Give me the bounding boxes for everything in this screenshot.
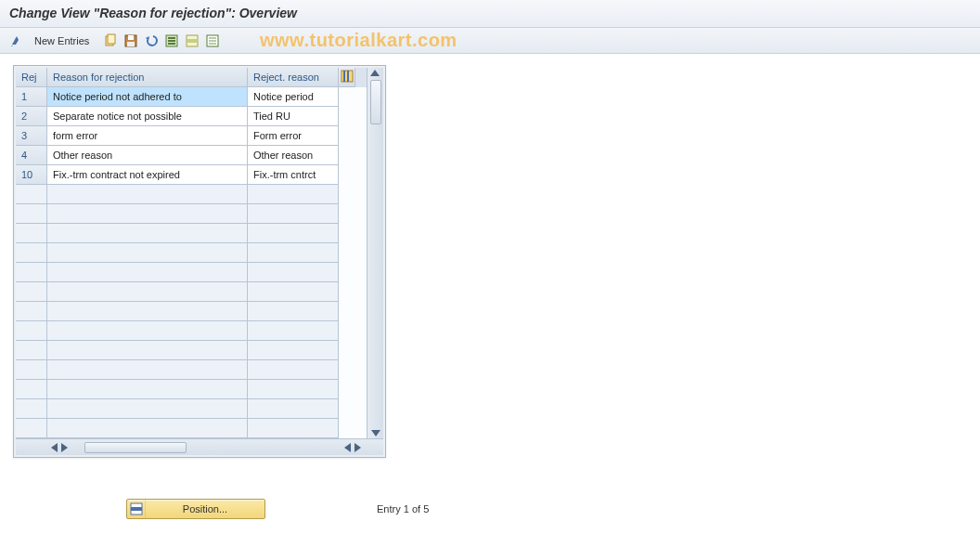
select-block-icon[interactable]	[183, 32, 201, 50]
cell-empty[interactable]	[16, 321, 47, 341]
cell-empty[interactable]	[47, 282, 248, 302]
table-row-empty[interactable]	[16, 419, 367, 438]
table-row[interactable]: 2Separate notice not possibleTied RU	[16, 107, 367, 126]
cell-rej[interactable]: 3	[16, 126, 47, 146]
table-row-empty[interactable]	[16, 321, 367, 341]
cell-empty[interactable]	[248, 302, 339, 321]
cell-empty[interactable]	[16, 302, 47, 321]
table-row-empty[interactable]	[16, 360, 367, 380]
table-row[interactable]: 3form errorForm error	[16, 126, 367, 146]
cell-empty[interactable]	[47, 224, 248, 243]
cell-empty[interactable]	[16, 380, 47, 399]
cell-short[interactable]: Other reason	[248, 146, 339, 165]
save-icon[interactable]	[122, 32, 140, 50]
cell-empty[interactable]	[16, 360, 47, 380]
column-header-rej[interactable]: Rej	[16, 68, 47, 87]
cell-empty[interactable]	[47, 204, 248, 224]
position-button[interactable]: Position...	[126, 499, 265, 519]
cell-empty[interactable]	[248, 419, 339, 438]
table-row-empty[interactable]	[16, 204, 367, 224]
cell-empty[interactable]	[248, 399, 339, 419]
column-header-reason[interactable]: Reason for rejection	[47, 68, 248, 87]
cell-empty[interactable]	[47, 360, 248, 380]
cell-empty[interactable]	[248, 263, 339, 282]
cell-empty[interactable]	[248, 224, 339, 243]
cell-empty[interactable]	[248, 380, 339, 399]
cell-empty[interactable]	[248, 185, 339, 204]
scroll-down-icon[interactable]	[371, 430, 380, 436]
cell-empty[interactable]	[47, 399, 248, 419]
cell-short[interactable]: Notice period	[248, 87, 339, 107]
undo-icon[interactable]	[142, 32, 161, 50]
cell-rej[interactable]: 4	[16, 146, 47, 165]
table-row-empty[interactable]	[16, 243, 367, 263]
cell-empty[interactable]	[16, 243, 47, 263]
table-row-empty[interactable]	[16, 185, 367, 204]
copy-icon[interactable]	[101, 32, 120, 50]
cell-empty[interactable]	[47, 321, 248, 341]
cell-reason[interactable]: form error	[47, 126, 248, 146]
deselect-all-icon[interactable]	[203, 32, 222, 50]
table-row-empty[interactable]	[16, 399, 367, 419]
table-row-empty[interactable]	[16, 302, 367, 321]
scroll-left-start-icon[interactable]	[51, 443, 58, 452]
table-row[interactable]: 10Fix.-trm contract not expiredFix.-trm …	[16, 165, 367, 185]
cell-empty[interactable]	[47, 302, 248, 321]
new-entries-button[interactable]: New Entries	[28, 32, 96, 50]
cell-empty[interactable]	[248, 204, 339, 224]
cell-empty[interactable]	[47, 341, 248, 360]
cell-empty[interactable]	[248, 321, 339, 341]
vertical-scrollbar[interactable]	[367, 68, 383, 438]
cell-rej[interactable]: 1	[16, 87, 47, 107]
cell-empty[interactable]	[47, 185, 248, 204]
cell-reason[interactable]: Other reason	[47, 146, 248, 165]
cell-empty[interactable]	[16, 224, 47, 243]
cell-short[interactable]: Form error	[248, 126, 339, 146]
table-row-empty[interactable]	[16, 282, 367, 302]
cell-empty[interactable]	[47, 243, 248, 263]
table-config-icon[interactable]	[339, 68, 355, 87]
cell-empty[interactable]	[47, 263, 248, 282]
cell-empty[interactable]	[248, 282, 339, 302]
content-area: Rej Reason for rejection Reject. reason …	[0, 54, 980, 530]
table-row[interactable]: 1Notice period not adhered toNotice peri…	[16, 87, 367, 107]
cell-empty[interactable]	[16, 399, 47, 419]
cell-empty[interactable]	[47, 380, 248, 399]
cell-empty[interactable]	[248, 341, 339, 360]
cell-rej[interactable]: 2	[16, 107, 47, 126]
cell-reason[interactable]: Separate notice not possible	[47, 107, 248, 126]
cell-empty[interactable]	[16, 263, 47, 282]
cell-empty[interactable]	[16, 204, 47, 224]
table-row[interactable]: 4Other reasonOther reason	[16, 146, 367, 165]
toggle-display-icon[interactable]	[7, 32, 26, 50]
scroll-right-end-icon[interactable]	[355, 443, 361, 452]
hscroll-thumb[interactable]	[84, 442, 187, 453]
cell-empty[interactable]	[16, 419, 47, 438]
data-grid[interactable]: Rej Reason for rejection Reject. reason …	[16, 68, 367, 438]
horizontal-scrollbar[interactable]	[16, 438, 383, 455]
cell-reason[interactable]: Notice period not adhered to	[47, 87, 248, 107]
cell-rej[interactable]: 10	[16, 165, 47, 185]
cell-short[interactable]: Tied RU	[248, 107, 339, 126]
cell-empty[interactable]	[16, 341, 47, 360]
column-header-short[interactable]: Reject. reason	[248, 68, 339, 87]
cell-empty[interactable]	[16, 282, 47, 302]
scroll-left-step-right-icon[interactable]	[344, 443, 351, 452]
scroll-up-icon[interactable]	[370, 70, 380, 76]
cell-empty[interactable]	[248, 360, 339, 380]
table-row-empty[interactable]	[16, 380, 367, 399]
cell-empty[interactable]	[47, 419, 248, 438]
cell-short[interactable]: Fix.-trm cntrct	[248, 165, 339, 185]
table-row-empty[interactable]	[16, 341, 367, 360]
position-icon	[127, 500, 146, 518]
table-row-empty[interactable]	[16, 224, 367, 243]
cell-reason[interactable]: Fix.-trm contract not expired	[47, 165, 248, 185]
vscroll-thumb[interactable]	[370, 80, 381, 124]
cell-empty[interactable]	[248, 243, 339, 263]
select-all-icon[interactable]	[162, 32, 181, 50]
cell-empty[interactable]	[16, 185, 47, 204]
svg-rect-10	[187, 39, 198, 43]
table-row-empty[interactable]	[16, 263, 367, 282]
svg-rect-14	[209, 43, 216, 45]
scroll-right-step-left-icon[interactable]	[61, 443, 68, 452]
